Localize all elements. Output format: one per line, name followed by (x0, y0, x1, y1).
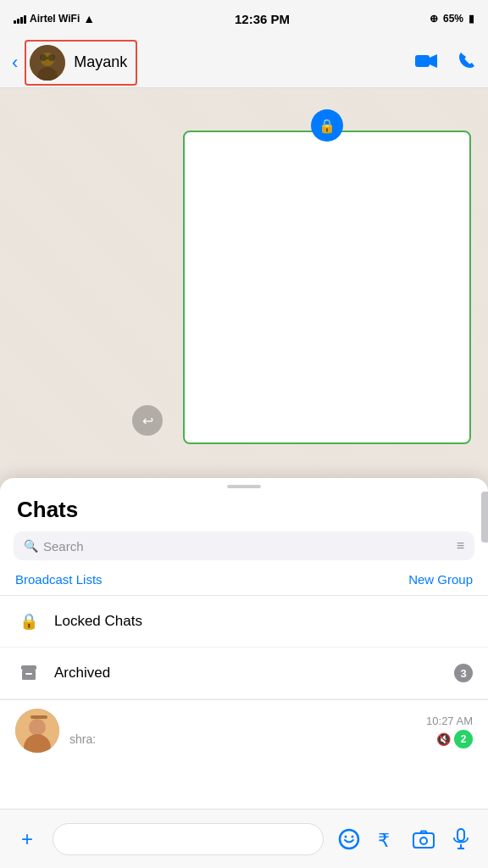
svg-rect-19 (413, 833, 434, 848)
svg-point-20 (420, 837, 427, 844)
signal-bar-2 (17, 19, 19, 24)
back-button[interactable]: ‹ (12, 52, 18, 74)
lock-icon: 🔒 (319, 118, 336, 134)
message-area: 🔒 ↩ (0, 88, 488, 478)
panel-title: Chats (17, 497, 78, 523)
archived-label: Archived (54, 665, 442, 682)
phone-call-icon[interactable] (458, 51, 476, 75)
svg-point-16 (345, 835, 347, 837)
status-left: Airtel WiFi ▲ (14, 12, 95, 25)
archived-badge: 3 (454, 664, 473, 682)
lock-badge: 🔒 (311, 109, 343, 142)
contact-row-preview: shra: (69, 732, 96, 746)
camera-button[interactable] (405, 821, 442, 858)
contact-name: Mayank (74, 53, 127, 71)
plus-button[interactable]: + (8, 821, 46, 858)
avatar-svg (30, 45, 65, 81)
time-display: 12:36 PM (235, 12, 290, 26)
header-left: ‹ Mayank (12, 40, 137, 86)
video-call-icon[interactable] (415, 52, 437, 74)
sticker-icon (338, 828, 360, 850)
mute-icon: 🔇 (436, 732, 451, 746)
avatar (30, 45, 65, 81)
panel-scroll-handle (481, 492, 488, 542)
contact-row-name (69, 713, 73, 728)
search-bar[interactable]: 🔍 Search ≡ (14, 531, 474, 560)
forward-button[interactable]: ↩ (132, 405, 163, 436)
locked-chats-icon: 🔒 (15, 608, 42, 635)
svg-point-12 (29, 719, 46, 736)
contact-row-top: 10:27 AM (69, 713, 473, 728)
rupee-icon: ₹ (376, 828, 396, 850)
locked-chats-item[interactable]: 🔒 Locked Chats (0, 596, 488, 648)
battery-label: 65% (443, 13, 463, 25)
battery-icon: ▮ (469, 13, 474, 25)
svg-rect-14 (30, 715, 47, 719)
signal-bar-3 (20, 17, 23, 24)
contact-avatar-svg (15, 709, 59, 753)
bottom-bar: + ₹ (0, 809, 488, 868)
svg-point-15 (340, 830, 358, 849)
signal-bar-4 (24, 15, 26, 24)
image-message: 🔒 ↩ (183, 122, 471, 444)
archive-svg (20, 665, 37, 682)
phone-icon-svg (458, 51, 476, 70)
status-right: ⊕ 65% ▮ (430, 13, 474, 25)
contact-row-bottom: shra: 🔇 2 (69, 730, 473, 748)
svg-marker-7 (430, 54, 437, 68)
svg-rect-6 (415, 55, 430, 67)
contact-row-right: 10:27 AM shra: 🔇 2 (69, 713, 473, 748)
sticker-button[interactable] (330, 821, 368, 858)
contact-avatar (15, 709, 59, 753)
image-placeholder (183, 131, 471, 444)
svg-rect-21 (458, 829, 464, 841)
header-right (415, 51, 476, 75)
contact-row-badges: 🔇 2 (436, 730, 473, 748)
contact-info[interactable]: Mayank (25, 40, 137, 86)
archived-item[interactable]: Archived 3 (0, 648, 488, 699)
svg-rect-8 (21, 665, 36, 670)
video-icon-svg (415, 53, 437, 69)
mic-button[interactable] (442, 821, 480, 858)
wifi-icon: ▲ (83, 12, 95, 25)
plus-icon: + (21, 827, 33, 851)
contact-avatar-img (15, 709, 59, 753)
new-group-link[interactable]: New Group (408, 572, 473, 587)
status-bar: Airtel WiFi ▲ 12:36 PM ⊕ 65% ▮ (0, 0, 488, 37)
panel-header: Chats (0, 488, 488, 528)
svg-rect-10 (25, 673, 32, 675)
locked-chats-label: Locked Chats (54, 613, 473, 630)
mic-icon (452, 828, 469, 850)
contact-row-time: 10:27 AM (426, 715, 473, 727)
svg-point-3 (40, 54, 47, 61)
signal-bars (14, 14, 26, 24)
chat-header: ‹ Mayank (0, 37, 488, 88)
unread-badge: 2 (454, 730, 473, 748)
contact-preview-row[interactable]: 10:27 AM shra: 🔇 2 (0, 700, 488, 761)
compose-area[interactable] (53, 823, 324, 855)
archived-icon (15, 659, 42, 687)
search-icon: 🔍 (24, 539, 38, 553)
svg-rect-5 (47, 57, 48, 59)
carrier-label: Airtel WiFi (30, 13, 80, 25)
svg-text:₹: ₹ (378, 830, 390, 850)
chat-area: 🔒 ↩ Chats 🔍 Search ≡ Broadcast Lists New… (0, 88, 488, 868)
svg-point-17 (352, 835, 354, 837)
broadcast-row: Broadcast Lists New Group (0, 567, 488, 595)
location-icon: ⊕ (430, 13, 438, 25)
signal-bar-1 (14, 20, 16, 24)
broadcast-lists-link[interactable]: Broadcast Lists (15, 572, 103, 587)
search-placeholder: Search (43, 539, 452, 554)
camera-icon (413, 830, 435, 849)
avatar-image (30, 45, 65, 81)
rupee-button[interactable]: ₹ (368, 821, 405, 858)
filter-icon[interactable]: ≡ (457, 538, 464, 554)
svg-point-4 (48, 54, 55, 61)
